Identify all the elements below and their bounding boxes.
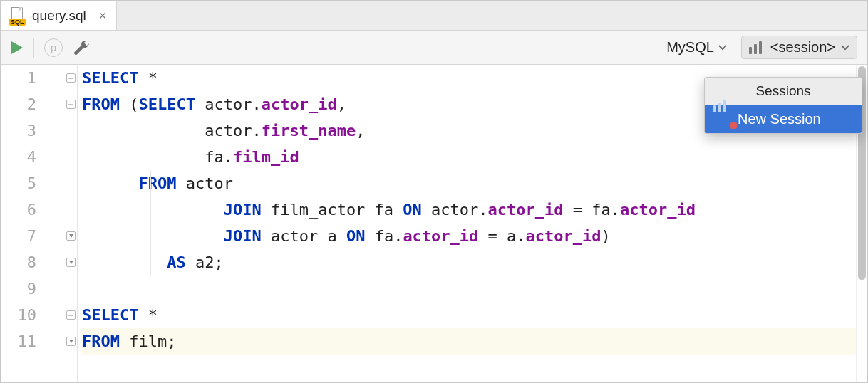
database-label: MySQL (666, 39, 714, 56)
new-session-label: New Session (738, 111, 821, 127)
run-button[interactable] (11, 41, 24, 55)
code-line[interactable]: FROM actor (82, 170, 856, 196)
line-number: 6 (1, 196, 36, 223)
line-number: 11 (1, 328, 36, 355)
session-selector[interactable]: <session> (741, 36, 857, 59)
line-number: 10 (1, 302, 36, 328)
new-session-item[interactable]: New Session (705, 105, 862, 133)
line-number: 5 (1, 170, 36, 196)
line-number: 8 (1, 249, 36, 276)
line-number: 7 (1, 223, 36, 249)
settings-button[interactable] (73, 39, 90, 56)
file-tab[interactable]: SQL query.sql × (1, 1, 117, 30)
line-number: 9 (1, 276, 36, 302)
sessions-popup-header: Sessions (705, 78, 862, 105)
fold-gutter[interactable] (43, 65, 78, 382)
close-tab-icon[interactable]: × (99, 9, 107, 22)
plus-badge-icon (730, 122, 737, 129)
line-number: 4 (1, 144, 36, 170)
line-number: 1 (1, 65, 36, 91)
database-selector[interactable]: MySQL (662, 36, 731, 58)
code-line[interactable]: AS a2; (82, 249, 856, 276)
code-line[interactable]: SELECT * (82, 302, 856, 328)
tab-filename: query.sql (32, 8, 86, 23)
session-label: <session> (770, 39, 835, 56)
code-line[interactable] (82, 276, 856, 302)
chevron-down-icon (718, 39, 727, 56)
session-icon (749, 41, 765, 54)
toolbar-separator (33, 38, 34, 58)
line-number-gutter: 1234567891011 (1, 65, 43, 382)
sessions-popup: Sessions New Session (704, 77, 862, 134)
sql-file-icon: SQL (9, 7, 26, 24)
code-line[interactable]: JOIN film_actor fa ON actor.actor_id = f… (82, 196, 856, 223)
chevron-down-icon (841, 39, 849, 56)
svg-marker-0 (11, 41, 23, 54)
tab-bar: SQL query.sql × (1, 1, 867, 31)
line-number: 3 (1, 117, 36, 144)
editor-toolbar: p MySQL <session> (1, 31, 867, 65)
code-line[interactable]: FROM film; (82, 328, 856, 355)
code-line[interactable]: fa.film_id (82, 144, 856, 170)
p-button[interactable]: p (44, 38, 63, 57)
line-number: 2 (1, 91, 36, 117)
code-line[interactable]: JOIN actor a ON fa.actor_id = a.actor_id… (82, 223, 856, 249)
